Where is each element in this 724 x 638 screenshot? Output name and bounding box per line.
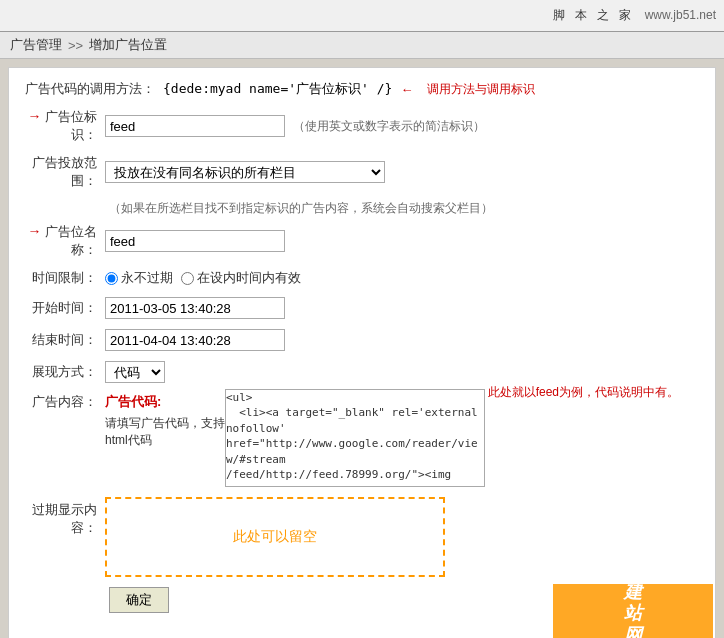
usage-annotation: 调用方法与调用标识	[427, 81, 535, 98]
expired-placeholder: 此处可以留空	[233, 528, 317, 546]
site-name: 脚 本 之 家 www.jb51.net	[553, 7, 716, 24]
identifier-label: → 广告位标识：	[25, 108, 105, 144]
scope-row-container: 广告投放范围： 投放在没有同名标识的所有栏目 仅在指定栏目投放 （如果在所选栏目…	[25, 154, 699, 217]
expired-label: 过期显示内容：	[25, 497, 105, 537]
top-bar: 脚 本 之 家 www.jb51.net	[0, 0, 724, 32]
name-row: → 广告位名称：	[25, 223, 699, 259]
end-time-input[interactable]	[105, 329, 285, 351]
ad-textarea[interactable]	[226, 390, 484, 482]
ad-code-label: 广告代码:	[105, 393, 225, 411]
breadcrumb: 广告管理 >> 增加广告位置	[0, 32, 724, 59]
textarea-wrapper	[225, 389, 485, 487]
time-option1-radio[interactable]	[105, 272, 118, 285]
start-time-row: 开始时间：	[25, 297, 699, 319]
expired-textarea[interactable]: 此处可以留空	[105, 497, 445, 577]
main-content: 广告代码的调用方法： {dede:myad name='广告位标识' /} ← …	[8, 67, 716, 638]
end-label: 结束时间：	[25, 331, 105, 349]
usage-hint-row: 广告代码的调用方法： {dede:myad name='广告位标识' /} ← …	[25, 80, 699, 98]
submit-button[interactable]: 确定	[109, 587, 169, 613]
display-select[interactable]: 代码 图片 文字	[105, 361, 165, 383]
breadcrumb-sep: >>	[68, 38, 83, 53]
usage-code: {dede:myad name='广告位标识' /}	[163, 80, 392, 98]
expired-row: 过期显示内容： 此处可以留空	[25, 497, 699, 577]
time-option2-radio[interactable]	[181, 272, 194, 285]
ad-hint-text: 请填写广告代码，支持html代码	[105, 415, 225, 449]
usage-arrow: ←	[400, 82, 413, 97]
time-option1-label[interactable]: 永不过期	[105, 269, 173, 287]
identifier-hint: （使用英文或数字表示的简洁标识）	[293, 118, 485, 135]
textarea-container	[225, 389, 485, 487]
time-radio-group: 永不过期 在设内时间内有效	[105, 269, 301, 287]
start-time-input[interactable]	[105, 297, 285, 319]
watermark: 建站网	[553, 584, 713, 638]
start-label: 开始时间：	[25, 299, 105, 317]
ad-content-label: 广告内容：	[25, 389, 105, 411]
identifier-row: → 广告位标识： （使用英文或数字表示的简洁标识）	[25, 108, 699, 144]
scope-label: 广告投放范围：	[25, 154, 105, 190]
time-label: 时间限制：	[25, 269, 105, 287]
end-time-row: 结束时间：	[25, 329, 699, 351]
display-mode-row: 展现方式： 代码 图片 文字	[25, 361, 699, 383]
scope-row: 广告投放范围： 投放在没有同名标识的所有栏目 仅在指定栏目投放	[25, 154, 699, 190]
scope-sub-hint: （如果在所选栏目找不到指定标识的广告内容，系统会自动搜索父栏目）	[109, 200, 699, 217]
watermark-text: 建站网	[624, 584, 642, 638]
name-input[interactable]	[105, 230, 285, 252]
time-limit-row: 时间限制： 永不过期 在设内时间内有效	[25, 269, 699, 287]
usage-label: 广告代码的调用方法：	[25, 80, 155, 98]
display-label: 展现方式：	[25, 363, 105, 381]
ad-content-row: 此处就以feed为例，代码说明中有。 广告内容： 广告代码: 请填写广告代码，支…	[25, 389, 699, 487]
feed-annotation: 此处就以feed为例，代码说明中有。	[488, 384, 679, 401]
breadcrumb-ad-mgmt[interactable]: 广告管理	[10, 36, 62, 54]
name-label: → 广告位名称：	[25, 223, 105, 259]
scope-select[interactable]: 投放在没有同名标识的所有栏目 仅在指定栏目投放	[105, 161, 385, 183]
ad-content-left: 广告代码: 请填写广告代码，支持html代码	[105, 389, 225, 449]
time-option2-label[interactable]: 在设内时间内有效	[181, 269, 301, 287]
identifier-input[interactable]	[105, 115, 285, 137]
breadcrumb-current: 增加广告位置	[89, 36, 167, 54]
